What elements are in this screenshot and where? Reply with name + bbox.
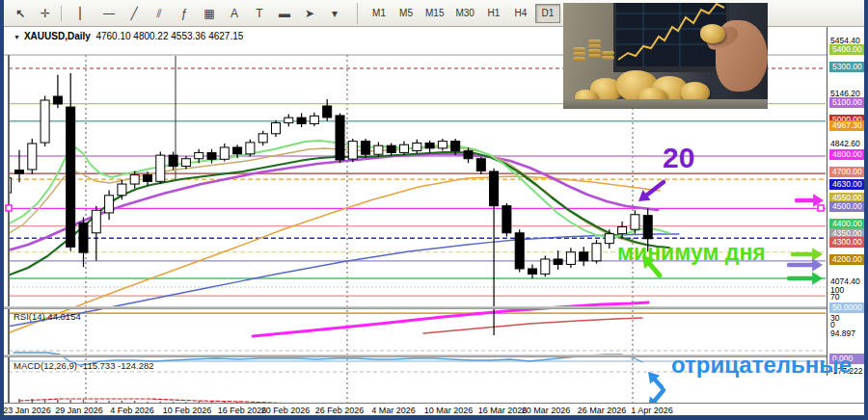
- equidistant-channel-tool[interactable]: ⫽: [148, 3, 171, 24]
- time-axis[interactable]: 23 Jan 202629 Jan 20264 Feb 202610 Feb 2…: [4, 403, 868, 415]
- date-label: 26 Feb 2026: [315, 406, 365, 415]
- level-badge-5400.00: 5400.00: [829, 44, 868, 55]
- text-label-tool[interactable]: T: [248, 3, 271, 24]
- level-badge-4967.30: 4967.30: [829, 120, 868, 131]
- timeframe-h1[interactable]: H1: [481, 4, 506, 23]
- cursor-tool[interactable]: ↖: [9, 3, 32, 24]
- photo-overlay: [563, 3, 768, 109]
- shapes-tool[interactable]: ▬: [273, 3, 296, 24]
- timeframe-d1[interactable]: D1: [535, 4, 560, 23]
- timeframe-m15[interactable]: M15: [420, 4, 448, 23]
- rsi-tick: 70: [830, 292, 839, 302]
- crosshair-tool[interactable]: ✛: [34, 3, 57, 24]
- level-badge-4500.00: 4500.00: [829, 201, 868, 212]
- separator-tool: [61, 5, 68, 22]
- date-label: 16 Mar 2026: [478, 406, 528, 415]
- chart-dropdown-icon[interactable]: ▼: [14, 34, 20, 40]
- date-label: 29 Jan 2026: [55, 406, 103, 415]
- arrow-4400-head: [812, 272, 823, 284]
- rsi-label: RSI(14) 44.0154: [14, 311, 81, 322]
- grid-tool[interactable]: ▦: [198, 3, 221, 24]
- arrows-tool[interactable]: ➤: [298, 3, 321, 24]
- annotation-negative: отрицательные: [671, 352, 852, 379]
- date-label: 16 Feb 2026: [218, 406, 267, 415]
- dropdown-tool[interactable]: ▾: [323, 3, 346, 24]
- arrow-macd: [655, 390, 664, 401]
- timeframe-m5[interactable]: M5: [393, 4, 419, 23]
- date-label: 1 Apr 2026: [631, 406, 673, 415]
- date-label: 26 Mar 2026: [578, 406, 627, 415]
- rsi-value-badge: 50.0000: [829, 302, 868, 313]
- level-badge-4700.00: 4700.00: [829, 167, 868, 177]
- date-label: 23 Jan 2026: [3, 406, 51, 415]
- annotation-ma-period: 20: [663, 142, 694, 174]
- window-frame: [4, 415, 868, 420]
- arrow-4550-head: [812, 248, 823, 260]
- price-scale[interactable]: 5454.405146.204842.604074.405602.005400.…: [827, 0, 868, 376]
- horizontal-line-tool[interactable]: ―: [97, 3, 121, 24]
- date-label: 10 Feb 2026: [163, 406, 212, 415]
- chart-title: ▼XAUUSD,Daily 4760.10 4800.22 4553.36 46…: [14, 31, 243, 41]
- arrow-rsi: [655, 380, 662, 387]
- date-label: 4 Mar 2026: [371, 406, 416, 415]
- macd-tick: 94.897: [830, 328, 855, 338]
- price-tick: 4842.60: [830, 139, 860, 148]
- level-badge-4630.00: 4630.00: [829, 179, 868, 190]
- macd-label: MACD(12,26,9) -115.733 -124.282: [14, 360, 154, 371]
- date-label: 20 Feb 2026: [261, 406, 311, 415]
- date-label: 20 Mar 2026: [522, 406, 571, 415]
- trendline-tool[interactable]: ╱: [122, 3, 146, 24]
- annotation-day-minimum: минимум дня: [617, 240, 766, 266]
- date-label: 10 Mar 2026: [424, 406, 474, 415]
- timeframe-m1[interactable]: M1: [366, 4, 392, 23]
- arrow-to-ma20: [647, 182, 664, 195]
- text-tool[interactable]: A: [223, 3, 246, 24]
- level-badge-5100.00: 5100.00: [829, 97, 868, 108]
- level-badge-4800.00: 4800.00: [829, 149, 868, 160]
- mt4-chart-window: ↖✛▏―╱⫽ƒ▦AT▬➤▾M1M5M15M30H1H4D1W1MN ▼XAUUS…: [0, 0, 868, 420]
- fibonacci-tool[interactable]: ƒ: [173, 3, 196, 24]
- date-label: 4 Feb 2026: [110, 406, 154, 415]
- level-badge-4200.00: 4200.00: [829, 254, 868, 265]
- vertical-line-tool[interactable]: ▏: [72, 3, 95, 24]
- timeframe-m30[interactable]: M30: [450, 4, 478, 23]
- pane-divider-rsi[interactable]: [4, 306, 868, 309]
- ohlc-values: 4760.10 4800.22 4553.36 4627.15: [95, 31, 243, 41]
- timeframe-h4[interactable]: H4: [508, 4, 533, 23]
- level-badge-4300.00: 4300.00: [829, 237, 868, 248]
- symbol-name: XAUUSD,Daily: [24, 31, 91, 41]
- level-badge-5300.00: 5300.00: [829, 62, 868, 72]
